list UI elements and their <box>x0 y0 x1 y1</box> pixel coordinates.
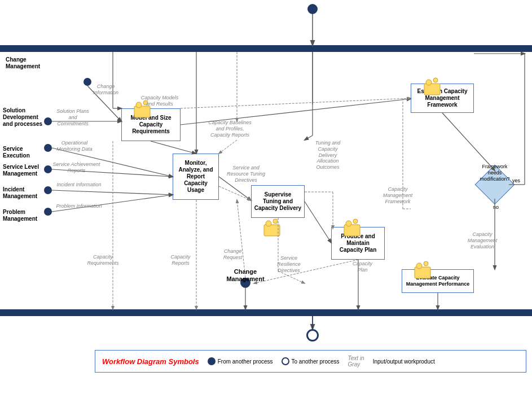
legend-from-label: From another process <box>218 358 273 365</box>
svg-line-21 <box>305 202 331 243</box>
evaluate-performance-box: Evaluate CapacityManagement Performance <box>402 269 474 293</box>
svg-line-52 <box>305 135 313 140</box>
legend-filled-circle <box>208 357 216 365</box>
svg-line-22 <box>219 140 237 154</box>
label-capacity-requirements: CapacityRequirements <box>82 254 124 266</box>
legend-workproduct: Input/output workproduct <box>373 358 435 365</box>
svg-line-19 <box>151 141 196 154</box>
label-capacity-models: Capacity Modelsand Results <box>140 95 179 107</box>
label-change-request: ChangeRequest <box>214 248 251 261</box>
legend-to-label: To another process <box>292 358 340 365</box>
legend-outline-circle <box>282 357 289 365</box>
svg-line-34 <box>52 190 173 195</box>
svg-line-36 <box>219 186 251 200</box>
problem-circle <box>44 208 52 216</box>
no-label: no <box>493 204 499 210</box>
label-incident-info: Incident Information <box>54 182 104 188</box>
yes-label: yes <box>512 178 520 183</box>
legend-from-another: From another process <box>208 357 273 365</box>
label-capacity-reports: CapacityReports <box>161 254 200 266</box>
svg-point-10 <box>346 221 351 226</box>
monitor-analyze-box: Monitor,Analyze, andReportCapacityUsage <box>173 154 219 200</box>
actor-problem: ProblemManagement <box>3 209 48 222</box>
change-mgmt-bottom-label: ChangeManagement <box>223 268 268 283</box>
end-circle <box>306 329 319 342</box>
svg-line-39 <box>237 200 245 278</box>
svg-rect-6 <box>264 225 280 236</box>
label-problem-info: Problem Information <box>54 203 104 209</box>
produce-maintain-box: Produce andMaintainCapacity Plan <box>331 227 385 260</box>
legend-box: Workflow Diagram Symbols From another pr… <box>95 350 526 373</box>
label-capacity-mgmt-framework: CapacityManagementFramework <box>375 186 420 204</box>
label-service-resilience: ServiceResilienceDirectives <box>270 255 308 273</box>
label-service-resource: Service andResource TuningDirectives <box>223 165 269 183</box>
actor-incident: IncidentManagement <box>3 186 48 200</box>
svg-point-13 <box>416 263 422 269</box>
incident-circle <box>44 186 52 194</box>
actor-service-level: Service LevelManagement <box>3 164 48 177</box>
label-service-achievement: Service AchievementReports <box>50 161 103 174</box>
start-circle <box>307 4 318 14</box>
label-tuning-capacity: Tuning andCapacityDeliveryAllocationOutc… <box>305 140 351 170</box>
label-capacity-baselines: Capacity Baselinesand Profiles,Capacity … <box>203 120 257 138</box>
supervise-tuning-box: SuperviseTuning andCapacity Delivery <box>251 185 305 218</box>
svg-point-8 <box>273 219 278 224</box>
label-operational-monitoring: OperationalMonitoring Data <box>50 140 99 152</box>
establish-framework-box: Establish CapacityManagementFramework <box>411 84 474 113</box>
legend-workproduct-label: Input/output workproduct <box>373 358 435 365</box>
svg-line-54 <box>181 98 411 108</box>
svg-point-2 <box>433 78 438 82</box>
label-capacity-mgmt-eval: CapacityManagementEvaluation <box>460 231 505 249</box>
actor-change-mgmt: ChangeManagement <box>6 56 48 70</box>
svg-line-24 <box>442 113 495 170</box>
legend-to-another: To another process <box>282 357 340 365</box>
model-size-box: Model and SizeCapacityRequirements <box>121 108 181 141</box>
svg-point-11 <box>353 219 358 224</box>
actor-service-exec: ServiceExecution <box>3 146 45 159</box>
legend-gray-text: Text inGray <box>348 355 364 367</box>
swimlane-bar-top <box>0 45 532 52</box>
swimlane-bar-bottom <box>0 309 532 316</box>
label-capacity-plan: CapacityPlan <box>344 261 381 273</box>
svg-point-14 <box>424 261 428 266</box>
label-change-info: ChangeInformation <box>87 84 124 96</box>
actor-solution-dev: SolutionDevelopmentand processes <box>3 107 51 128</box>
legend-gray-label: Text inGray <box>348 355 364 367</box>
svg-point-7 <box>266 221 271 226</box>
label-solution-plans: Solution PlansandCommitments <box>50 108 96 126</box>
legend-title: Workflow Diagram Symbols <box>102 357 199 366</box>
diagram-container: ChangeManagement SolutionDevelopmentand … <box>0 0 532 394</box>
